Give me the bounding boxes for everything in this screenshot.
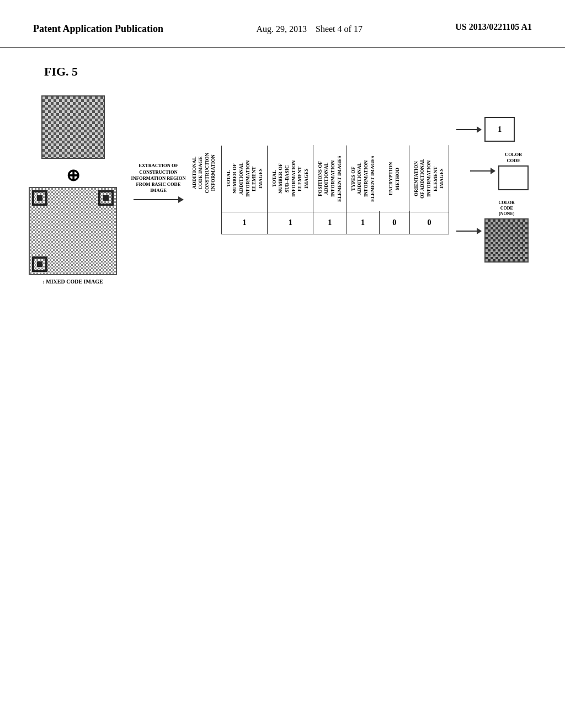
header-center: Aug. 29, 2013 Sheet 4 of 17 <box>256 22 362 36</box>
construction-info-table: TOTALNUMBER OFADDITIONALINFORMATIONELEME… <box>221 146 449 234</box>
figure-label: FIG. 5 <box>44 65 78 79</box>
col-encryption: ENCRYPTIONMETHOD <box>379 146 409 212</box>
col-total-additional: TOTALNUMBER OFADDITIONALINFORMATIONELEME… <box>222 146 268 212</box>
right-row-3: COLORCODE(NONE) <box>456 200 529 263</box>
additional-code-image <box>41 95 105 159</box>
color-code-none-group: COLORCODE(NONE) <box>484 200 529 263</box>
col-types: TYPES OFADDITIONALINFORMATIONELEMENT IMA… <box>347 146 380 212</box>
val-orientation: 0 <box>409 212 449 234</box>
col-orientation: ORIENTATIONOF ADDITIONALINFORMATIONELEME… <box>409 146 449 212</box>
publication-title: Patent Application Publication <box>33 23 163 34</box>
arrow-3 <box>456 231 481 232</box>
finder-tl <box>32 190 47 206</box>
vertical-arrow-section: COLORCODE <box>456 152 529 190</box>
header-left: Patent Application Publication <box>33 22 163 36</box>
right-side-section: 1 COLORCODE COLORCODE(NONE) <box>456 117 529 262</box>
val-encryption: 0 <box>379 212 409 234</box>
color-code-none-image-texture <box>486 220 527 261</box>
color-code-none-label: COLORCODE(NONE) <box>499 200 515 217</box>
color-code-none-image <box>484 218 529 263</box>
plus-symbol: ⊕ <box>66 165 80 185</box>
arrow-2 <box>470 170 495 172</box>
col-total-sub-basic: TOTALNUMBER OFSUB–BASICINFORMATIONELEMEN… <box>268 146 313 212</box>
color-code-label: COLORCODE <box>505 152 522 163</box>
right-row-1: 1 <box>456 117 529 142</box>
val-total-additional: 1 <box>222 212 268 234</box>
main-content: FIG. 5 ⊕ : MIXED CODE IMAGE <box>0 48 565 301</box>
main-arrow <box>134 199 183 200</box>
mixed-code-label: : MIXED CODE IMAGE <box>42 279 103 285</box>
color-code-box <box>498 165 529 190</box>
right-row-2: COLORCODE <box>470 152 529 190</box>
additional-code-label: ADDITIONAL CODE IMAGE CONSTRUCTION INFOR… <box>191 153 216 194</box>
val-positions: 1 <box>313 212 347 234</box>
finder-bl <box>32 256 47 272</box>
page-header: Patent Application Publication Aug. 29, … <box>0 0 565 48</box>
val-types: 1 <box>347 212 380 234</box>
mixed-code-image <box>29 187 117 275</box>
patent-number: US 2013/0221105 A1 <box>455 22 532 31</box>
publication-date: Aug. 29, 2013 <box>256 24 307 34</box>
header-right: US 2013/0221105 A1 <box>455 22 532 32</box>
box-1: 1 <box>484 117 515 142</box>
finder-tr <box>98 190 114 206</box>
arrow-head <box>178 196 184 203</box>
arrow-1 <box>456 129 481 130</box>
data-table: TOTALNUMBER OFADDITIONALINFORMATIONELEME… <box>221 146 449 234</box>
sheet-info: Sheet 4 of 17 <box>316 24 363 34</box>
additional-code-image-texture <box>42 97 104 158</box>
extraction-label: EXTRACTION OF CONSTRUCTION INFORMATION R… <box>128 163 189 193</box>
val-total-sub-basic: 1 <box>268 212 313 234</box>
col-positions: POSITIONS OFADDITIONALINFORMATIONELEMENT… <box>313 146 347 212</box>
color-code-group: COLORCODE <box>498 152 529 190</box>
